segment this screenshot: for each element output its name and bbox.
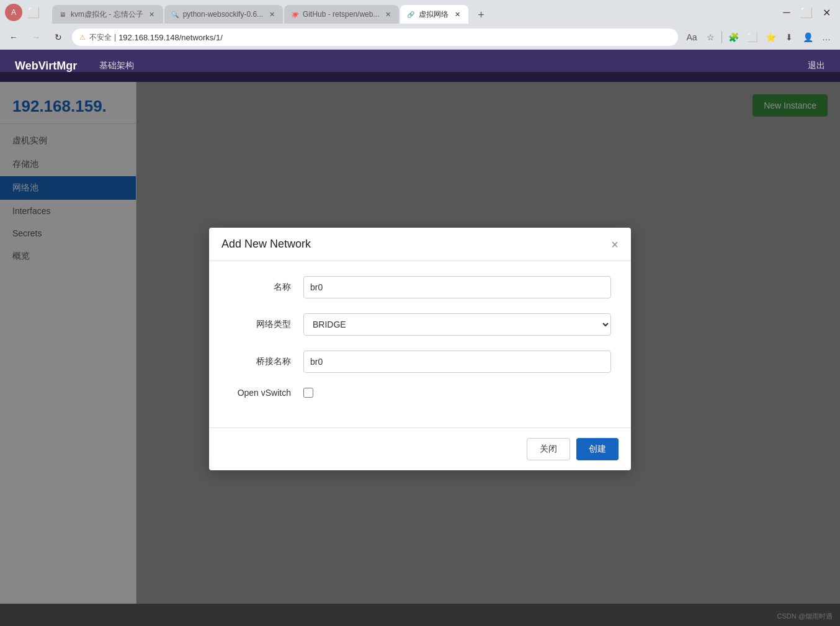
network-type-label: 网络类型 bbox=[229, 319, 291, 330]
downloads-btn[interactable]: ⬇ bbox=[780, 29, 798, 46]
address-text: 不安全 bbox=[89, 32, 112, 43]
favorites-btn[interactable]: ☆ bbox=[702, 29, 719, 46]
browser-window-controls: ⬜ bbox=[25, 4, 42, 21]
ovs-checkbox[interactable] bbox=[303, 388, 313, 398]
address-bar: ← → ↻ ⚠ 不安全 | 192.168.159.148/networks/1… bbox=[0, 25, 840, 50]
address-separator: | bbox=[114, 33, 116, 42]
form-row-network-type: 网络类型 BRIDGE ROUTED ISOLATED OPEN bbox=[229, 313, 611, 336]
name-input[interactable] bbox=[303, 276, 611, 298]
form-row-name: 名称 bbox=[229, 276, 611, 298]
profile-avatar[interactable]: A bbox=[5, 4, 22, 21]
refresh-btn[interactable]: ↻ bbox=[50, 29, 67, 46]
tab-3-favicon: 🐙 bbox=[290, 10, 299, 19]
tab-4-favicon: 🔗 bbox=[406, 10, 415, 19]
app-logo: WebVirtMgr bbox=[15, 60, 77, 73]
fav-collection-btn[interactable]: ⭐ bbox=[762, 29, 779, 46]
bridge-name-input[interactable] bbox=[303, 351, 611, 373]
modal-close-x-button[interactable]: × bbox=[611, 238, 619, 251]
tab-1-favicon: 🖥 bbox=[58, 10, 67, 19]
read-mode-btn[interactable]: Aa bbox=[683, 29, 700, 46]
tab-2[interactable]: 🔍 python-websockify-0.6... ✕ bbox=[164, 5, 283, 24]
back-btn[interactable]: ← bbox=[5, 29, 22, 46]
new-tab-btn[interactable]: ⬜ bbox=[25, 4, 42, 21]
split-btn[interactable]: ⬜ bbox=[743, 29, 761, 46]
create-button[interactable]: 创建 bbox=[576, 438, 619, 460]
nav-infra[interactable]: 基础架构 bbox=[92, 60, 141, 71]
tab-1-label: kvm虚拟化 - 忘情公子 bbox=[71, 9, 143, 20]
bridge-name-label: 桥接名称 bbox=[229, 356, 291, 367]
tab-4[interactable]: 🔗 虚拟网络 ✕ bbox=[400, 5, 468, 24]
form-row-ovs: Open vSwitch bbox=[229, 388, 611, 398]
logout-btn[interactable]: 退出 bbox=[808, 60, 825, 71]
extensions-btn[interactable]: 🧩 bbox=[725, 29, 742, 46]
modal-title: Add New Network bbox=[221, 238, 311, 251]
tab-2-label: python-websockify-0.6... bbox=[183, 10, 263, 19]
tab-3-label: GitHub - retspen/web... bbox=[303, 10, 379, 19]
new-tab-btn2[interactable]: + bbox=[472, 6, 489, 24]
profile-btn[interactable]: 👤 bbox=[799, 29, 816, 46]
tab-3[interactable]: 🐙 GitHub - retspen/web... ✕ bbox=[284, 5, 399, 24]
address-input[interactable]: ⚠ 不安全 | 192.168.159.148/networks/1/ bbox=[72, 29, 678, 46]
name-label: 名称 bbox=[229, 282, 291, 293]
tab-2-favicon: 🔍 bbox=[171, 10, 179, 19]
tab-2-close[interactable]: ✕ bbox=[267, 9, 277, 19]
tab-3-close[interactable]: ✕ bbox=[383, 9, 393, 19]
add-network-modal: Add New Network × 名称 网络类型 BRIDGE ROUTED … bbox=[209, 228, 631, 470]
modal-overlay: Add New Network × 名称 网络类型 BRIDGE ROUTED … bbox=[0, 72, 840, 626]
settings-btn[interactable]: … bbox=[818, 29, 835, 46]
browser-chrome: A ⬜ 🖥 kvm虚拟化 - 忘情公子 ✕ 🔍 python-websockif… bbox=[0, 0, 840, 50]
tab-1[interactable]: 🖥 kvm虚拟化 - 忘情公子 ✕ bbox=[52, 5, 163, 24]
modal-header: Add New Network × bbox=[209, 228, 631, 261]
maximize-btn[interactable]: ⬜ bbox=[798, 4, 815, 21]
address-url: 192.168.159.148/networks/1/ bbox=[118, 33, 223, 42]
ovs-label: Open vSwitch bbox=[229, 388, 291, 398]
form-row-bridge-name: 桥接名称 bbox=[229, 351, 611, 373]
tab-1-close[interactable]: ✕ bbox=[147, 9, 157, 19]
network-type-select[interactable]: BRIDGE ROUTED ISOLATED OPEN bbox=[303, 313, 611, 336]
divider bbox=[722, 31, 722, 43]
forward-btn[interactable]: → bbox=[27, 29, 45, 46]
modal-body: 名称 网络类型 BRIDGE ROUTED ISOLATED OPEN 桥接名称 bbox=[209, 261, 631, 427]
tab-4-label: 虚拟网络 bbox=[419, 9, 449, 20]
minimize-btn[interactable]: ─ bbox=[778, 4, 795, 21]
address-right-icons: Aa ☆ 🧩 ⬜ ⭐ ⬇ 👤 … bbox=[683, 29, 835, 46]
security-warning-icon: ⚠ bbox=[79, 34, 86, 42]
tab-4-close[interactable]: ✕ bbox=[452, 9, 462, 19]
close-button[interactable]: 关闭 bbox=[527, 438, 570, 460]
tab-bar: 🖥 kvm虚拟化 - 忘情公子 ✕ 🔍 python-websockify-0.… bbox=[47, 1, 771, 24]
browser-titlebar: A ⬜ 🖥 kvm虚拟化 - 忘情公子 ✕ 🔍 python-websockif… bbox=[0, 0, 840, 25]
modal-footer: 关闭 创建 bbox=[209, 427, 631, 470]
close-btn[interactable]: ✕ bbox=[818, 4, 835, 21]
